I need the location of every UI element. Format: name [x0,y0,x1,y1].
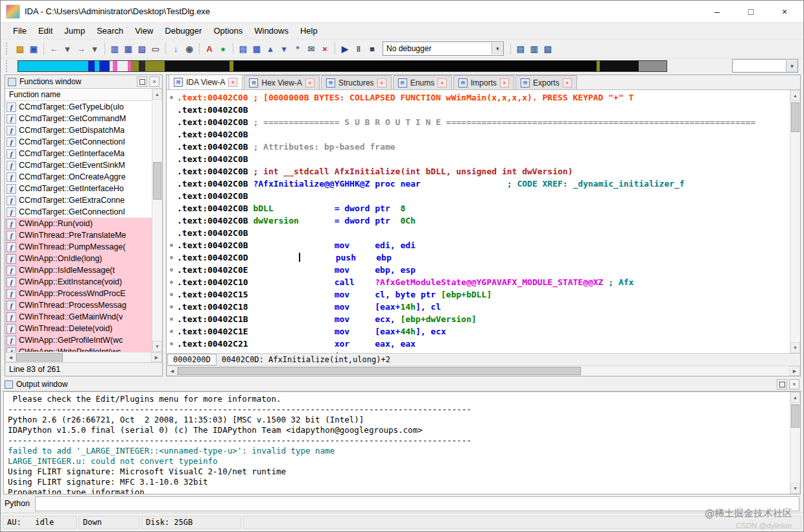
functions-float-button[interactable] [137,76,147,87]
tab-close-icon[interactable]: × [438,78,447,87]
menu-item-file[interactable]: File [7,24,32,38]
disassembly-line[interactable]: .text:00402C10 call ?AfxGetModuleState@@… [168,276,790,288]
jump-by-name-icon[interactable]: ▥ [108,42,121,55]
output-float-button[interactable] [777,379,787,389]
menu-item-edit[interactable]: Edit [32,24,58,38]
pause-debugger-icon[interactable]: ‖ [352,42,365,55]
functions-title-bar[interactable]: Functions window × [5,75,162,89]
functions-hscroll-thumb[interactable] [16,353,63,362]
function-list-item[interactable]: fCCmdTarget::OnCreateAggre [5,171,152,183]
output-vertical-scrollbar[interactable]: ▲ ▼ [790,392,800,494]
collapse-item-icon[interactable]: ▴ [264,42,277,55]
debugger-combobox[interactable]: No debugger▾ [383,41,504,56]
disassembly-line[interactable]: .text:00402C0B mov edi, edi [168,239,790,251]
print-icon[interactable]: ▭ [149,42,162,55]
disassembly-line[interactable]: .text:00402C0B ; =============== S U B R… [168,116,790,128]
scroll-right-icon[interactable]: ▶ [151,353,162,362]
disassembly-line[interactable]: .text:00402C23 inc eax [168,350,790,353]
function-list-item[interactable]: fCCmdTarget::GetTypeLib(ulo [5,101,152,113]
stop-debugger-icon[interactable]: ■ [366,42,379,55]
function-list-item[interactable]: fCWinThread::ProcessMessag [5,299,152,311]
scroll-left-icon[interactable]: ◀ [167,366,178,376]
cancel-icon[interactable]: × [318,42,331,55]
title-bar[interactable]: IDA - C:\Users\Administrator\Desktop\Tes… [1,1,803,23]
disassembly-hscroll-track[interactable] [581,366,789,376]
function-list-item[interactable]: fCWinApp::GetProfileIntW(wc [5,334,152,346]
navigator-scale-combobox[interactable]: ▾ [732,59,798,73]
menu-item-windows[interactable]: Windows [248,24,294,38]
open-file-icon[interactable]: ▨ [14,42,27,55]
patch-icon[interactable]: * [291,42,304,55]
tab-close-icon[interactable]: × [228,78,237,87]
breakpoints-icon[interactable]: ▧ [541,42,554,55]
output-text[interactable]: Please check the Edit/Plugins menu for m… [4,392,790,494]
tab-enums[interactable]: ▤Enums× [393,75,452,89]
navigator-segment[interactable] [145,61,165,71]
navigator-segment[interactable] [600,61,639,71]
tab-close-icon[interactable]: × [563,78,572,87]
functions-scroll-thumb[interactable] [153,162,161,200]
disassembly-line[interactable]: .text:00402C0B [168,227,790,239]
forward-history-dropdown-icon[interactable]: ▾ [88,42,101,55]
disassembly-line[interactable]: .text:00402C0B ; Attributes: bp-based fr… [168,141,790,153]
start-debugger-icon[interactable]: ▶ [338,42,351,55]
menu-item-debugger[interactable]: Debugger [159,24,207,38]
disassembly-line[interactable]: .text:00402C0B ; int __stdcall AfxInitia… [168,165,790,178]
scroll-up-icon[interactable]: ▲ [790,90,800,101]
function-list-item[interactable]: fCWinApp::IsIdleMessage(t [5,264,152,276]
navigator-segment[interactable] [95,61,99,71]
disassembly-line[interactable]: .text:00402C0B bDLL = dword ptr 8 [168,202,790,214]
disassembly-code[interactable]: .text:00402C00 ; [0000000B BYTES: COLLAP… [167,90,790,353]
function-list-item[interactable]: fCWinApp::ProcessWndProcE [5,288,152,299]
navigator-segment[interactable] [99,61,110,71]
disassembly-line[interactable]: .text:00402C0B dwVersion = dword ptr 0Ch [168,214,790,227]
tab-close-icon[interactable]: × [377,78,386,87]
tab-close-icon[interactable]: × [500,78,509,87]
navigator-dropdown-icon[interactable]: ▾ [786,60,798,72]
search-icon[interactable]: ◉ [183,42,196,55]
function-list-item[interactable]: fCCmdTarget::GetConnectionI [5,136,152,148]
functions-hscroll-track[interactable] [63,353,151,362]
function-list-item[interactable]: fCCmdTarget::GetInterfaceMa [5,148,152,159]
disassembly-line[interactable]: .text:00402C21 xor eax, eax [168,338,790,350]
navigator-segment[interactable] [113,61,117,71]
function-list-item[interactable]: fCWinThread::PumpMessage( [5,241,152,253]
jump-to-function-icon[interactable]: ▦ [122,42,135,55]
navigator-segment[interactable] [639,61,667,71]
disassembly-hscroll-thumb[interactable] [178,367,581,375]
output-title-bar[interactable]: Output window × [2,378,802,391]
scroll-down-icon[interactable]: ▼ [790,342,800,353]
navigator-band[interactable] [18,60,667,72]
navigator-segment[interactable] [117,61,128,71]
mail-icon[interactable]: ✉ [305,42,318,55]
menu-item-help[interactable]: Help [294,24,324,38]
create-struct-icon[interactable]: ▤ [237,42,250,55]
tab-ida-view-a[interactable]: ▤IDA View-A× [169,75,242,89]
function-list-item[interactable]: fCCmdTarget::GetEventSinkM [5,159,152,171]
scroll-down-icon[interactable]: ▼ [152,341,162,352]
function-list-item[interactable]: fCWinThread::GetMainWnd(v [5,311,152,323]
output-close-button[interactable]: × [789,379,799,389]
function-list-item[interactable]: fCWinApp::Run(void) [5,218,152,229]
menu-item-search[interactable]: Search [91,24,129,38]
disassembly-line[interactable]: .text:00402C0B [168,190,790,202]
close-button[interactable]: × [777,6,792,17]
scroll-right-icon[interactable]: ▶ [789,366,800,376]
function-list-item[interactable]: fCCmdTarget::GetExtraConne [5,194,152,206]
debugger-windows-icon[interactable]: ▤ [514,42,527,55]
disassembly-vertical-scrollbar[interactable]: ▲ ▼ [790,90,800,353]
tab-structures[interactable]: ▤Structures× [321,75,392,89]
disassembly-line[interactable]: .text:00402C0E mov ebp, esp [168,264,790,276]
disassembly-line[interactable]: .text:00402C0B [168,128,790,141]
disassembly-line[interactable]: .text:00402C1B mov ecx, [ebp+dwVersion] [168,313,790,325]
jump-to-address-icon[interactable]: ↓ [169,42,182,55]
expand-item-icon[interactable]: ▾ [278,42,290,55]
navigator-segment[interactable] [131,61,139,71]
function-name-column-header[interactable]: Function name [5,89,152,101]
disassembly-line[interactable]: .text:00402C00 ; [0000000B BYTES: COLLAP… [168,91,790,104]
disassembly-line[interactable]: .text:00402C15 mov cl, byte ptr [ebp+bDL… [168,288,790,301]
add-struct-member-icon[interactable]: ▦ [250,42,263,55]
output-scroll-thumb[interactable] [791,404,799,428]
function-list-item[interactable]: fCWinThread::PreTranslateMe [5,229,152,241]
menu-item-options[interactable]: Options [207,24,248,38]
